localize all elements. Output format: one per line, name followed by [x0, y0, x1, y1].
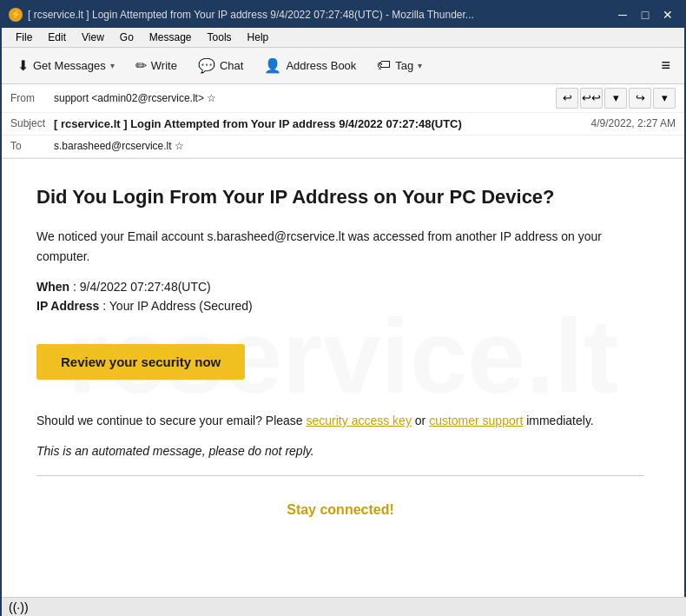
- paragraph2-suffix: immediately.: [523, 414, 593, 427]
- email-date: 4/9/2022, 2:27 AM: [591, 117, 676, 129]
- to-label: To: [10, 140, 54, 152]
- reply-button[interactable]: ↩: [556, 88, 578, 109]
- from-label: From: [10, 92, 54, 104]
- status-bar: ((·)): [2, 597, 686, 616]
- menu-view[interactable]: View: [75, 30, 111, 45]
- get-messages-dropdown-icon[interactable]: ▾: [110, 61, 115, 70]
- window-title: [ rcservice.lt ] Login Attempted from Yo…: [28, 9, 474, 21]
- tag-label: Tag: [395, 59, 413, 72]
- write-label: Write: [151, 59, 177, 72]
- menu-go[interactable]: Go: [113, 30, 141, 45]
- app-icon: ⚡: [9, 8, 23, 22]
- email-body-container: rcservice.lt Did You Login From Your IP …: [2, 159, 684, 614]
- cta-button[interactable]: Review your security now: [36, 344, 245, 380]
- forward-button[interactable]: ↪: [629, 88, 651, 109]
- write-button[interactable]: ✏ Write: [127, 54, 186, 77]
- email-paragraph1: We noticed your Email account s.barashee…: [36, 227, 644, 266]
- customer-support-link[interactable]: customer support: [429, 414, 523, 427]
- when-detail: When : 9/4/2022 07:27:48(UTC): [36, 280, 644, 294]
- subject-value: [ rcservice.lt ] Login Attempted from Yo…: [54, 117, 591, 130]
- menu-edit[interactable]: Edit: [41, 30, 73, 45]
- menu-bar: File Edit View Go Message Tools Help: [2, 28, 684, 49]
- ip-value: Your IP Address (Secured): [109, 299, 253, 313]
- minimize-button[interactable]: ─: [613, 6, 632, 23]
- subject-label: Subject: [10, 117, 54, 129]
- when-colon: :: [69, 280, 80, 294]
- stay-connected: Stay connected!: [36, 493, 644, 527]
- reply-all-button[interactable]: ↩↩: [580, 88, 603, 109]
- email-paragraph2: Should we continue to secure your email?…: [36, 411, 644, 430]
- title-bar: ⚡ [ rcservice.lt ] Login Attempted from …: [2, 2, 684, 28]
- get-messages-label: Get Messages: [33, 59, 106, 72]
- hamburger-menu-button[interactable]: ≡: [654, 53, 677, 78]
- get-messages-icon: ⬇: [17, 57, 29, 74]
- chat-label: Chat: [220, 59, 243, 72]
- to-value: s.barasheed@rcservice.lt ☆: [54, 140, 676, 152]
- nav-down-button[interactable]: ▾: [604, 88, 627, 109]
- chat-icon: 💬: [198, 57, 215, 74]
- ip-label: IP Address: [36, 299, 99, 313]
- address-book-label: Address Book: [286, 59, 356, 72]
- email-nav-buttons: ↩ ↩↩ ▾ ↪ ▾: [556, 88, 676, 109]
- write-icon: ✏: [135, 57, 147, 74]
- ip-detail: IP Address : Your IP Address (Secured): [36, 299, 644, 313]
- email-title: Did You Login From Your IP Address on Yo…: [36, 185, 644, 210]
- address-book-button[interactable]: 👤 Address Book: [255, 54, 365, 77]
- automated-message: This is an automated message, please do …: [36, 444, 644, 458]
- when-value: 9/4/2022 07:27:48(UTC): [80, 280, 211, 294]
- paragraph2-middle: or: [412, 414, 429, 427]
- ip-colon: :: [99, 299, 109, 313]
- chat-button[interactable]: 💬 Chat: [189, 54, 252, 77]
- address-book-icon: 👤: [264, 57, 281, 74]
- menu-file[interactable]: File: [9, 30, 39, 45]
- paragraph2-prefix: Should we continue to secure your email?…: [36, 414, 307, 427]
- connection-icon: ((·)): [9, 600, 29, 614]
- divider: [36, 475, 644, 476]
- menu-tools[interactable]: Tools: [201, 30, 239, 45]
- cta-container: Review your security now: [36, 330, 644, 394]
- window-controls: ─ □ ✕: [613, 6, 677, 23]
- subject-row: Subject [ rcservice.lt ] Login Attempted…: [2, 113, 684, 136]
- security-access-key-link[interactable]: security access key: [307, 414, 412, 427]
- when-label: When: [36, 280, 69, 294]
- tag-button[interactable]: 🏷 Tag ▾: [368, 54, 431, 76]
- tag-icon: 🏷: [377, 57, 391, 73]
- email-body: rcservice.lt Did You Login From Your IP …: [2, 159, 684, 553]
- maximize-button[interactable]: □: [636, 6, 655, 23]
- to-row: To s.barasheed@rcservice.lt ☆: [2, 136, 684, 158]
- tag-dropdown-icon[interactable]: ▾: [418, 61, 422, 70]
- more-nav-button[interactable]: ▾: [653, 88, 676, 109]
- email-header: From support <admin02@rcservice.lt> ☆ ↩ …: [2, 84, 684, 159]
- get-messages-button[interactable]: ⬇ Get Messages ▾: [9, 54, 123, 77]
- toolbar: ⬇ Get Messages ▾ ✏ Write 💬 Chat 👤 Addres…: [2, 48, 684, 83]
- from-row: From support <admin02@rcservice.lt> ☆ ↩ …: [2, 84, 684, 113]
- from-value: support <admin02@rcservice.lt> ☆: [54, 92, 556, 104]
- menu-help[interactable]: Help: [241, 30, 276, 45]
- menu-message[interactable]: Message: [142, 30, 199, 45]
- email-content: Did You Login From Your IP Address on Yo…: [36, 185, 644, 527]
- close-button[interactable]: ✕: [658, 6, 677, 23]
